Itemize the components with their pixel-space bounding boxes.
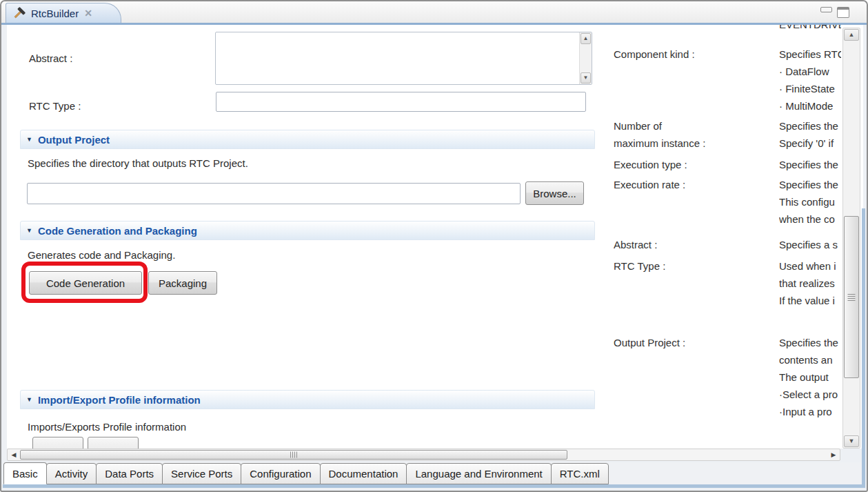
scrollbar-grip xyxy=(848,294,856,301)
section-output-project[interactable]: ▼ Output Project xyxy=(20,130,595,149)
help-row-execution-type: Execution type : Specifies the xyxy=(605,156,841,173)
tab-rtc-xml[interactable]: RTC.xml xyxy=(551,463,609,484)
tab-rtcbuilder[interactable]: RtcBuilder ✕ xyxy=(6,3,121,23)
help-term: RTC Type : xyxy=(614,257,779,309)
help-desc-line: · MultiMode xyxy=(779,97,841,115)
section-title: Output Project xyxy=(38,134,110,146)
scroll-down-icon[interactable]: ▼ xyxy=(581,72,591,83)
minimize-icon[interactable] xyxy=(820,7,832,12)
help-desc-line: This configu xyxy=(779,193,841,210)
tab-documentation[interactable]: Documentation xyxy=(320,463,407,484)
code-generation-button[interactable]: Code Generation xyxy=(29,271,142,295)
scroll-down-icon[interactable]: ▼ xyxy=(844,435,859,447)
section-title: Code Generation and Packaging xyxy=(38,225,197,237)
help-desc-line: · FiniteState xyxy=(779,80,841,97)
rtc-type-input[interactable] xyxy=(216,92,586,112)
editor-content: Abstract : ▲ ▼ RTC Type : ▼ Output Proje… xyxy=(7,25,863,449)
vertical-scrollbar-thumb[interactable] xyxy=(844,216,859,378)
section-title: Import/Export Profile information xyxy=(38,394,201,406)
help-desc-line: The output xyxy=(779,368,841,386)
tab-service-ports[interactable]: Service Ports xyxy=(162,463,241,484)
help-desc-line: Specifies RTC xyxy=(779,46,841,63)
help-desc-line: Specifies a s xyxy=(779,236,841,253)
codegen-description: Generates code and Packaging. xyxy=(28,249,175,261)
help-desc-line: Specifies the xyxy=(779,117,841,135)
help-desc-line: ·Input a pro xyxy=(779,403,841,420)
section-profile[interactable]: ▼ Import/Export Profile information xyxy=(20,390,595,409)
tab-basic[interactable]: Basic xyxy=(3,462,47,484)
packaging-button[interactable]: Packaging xyxy=(148,271,217,295)
maximize-icon[interactable] xyxy=(837,7,849,18)
help-clipped-line: EVENTDRIVEN xyxy=(779,25,841,30)
scroll-up-icon[interactable]: ▲ xyxy=(844,29,859,41)
output-directory-input[interactable] xyxy=(27,183,521,204)
help-row-execution-rate: Execution rate : Specifies the This conf… xyxy=(605,176,841,228)
horizontal-scrollbar-thumb[interactable] xyxy=(20,450,567,460)
scroll-right-icon[interactable]: ▶ xyxy=(828,450,839,460)
help-term: Execution rate : xyxy=(614,176,779,228)
horizontal-scrollbar[interactable]: ◀ ▶ xyxy=(7,449,840,461)
abstract-scrollbar[interactable]: ▲ ▼ xyxy=(579,32,592,84)
help-row-component-kind: Component kind : Specifies RTC · DataFlo… xyxy=(605,46,841,115)
import-button-partial[interactable] xyxy=(32,437,83,449)
scroll-left-icon[interactable]: ◀ xyxy=(8,450,19,460)
collapse-triangle-icon[interactable]: ▼ xyxy=(26,136,32,143)
help-panel: EVENTDRIVEN Component kind : Specifies R… xyxy=(605,25,841,449)
help-desc-line: Specifies the xyxy=(779,156,841,173)
hammer-icon xyxy=(12,7,26,20)
editor-tab-bar: RtcBuilder ✕ xyxy=(1,1,867,23)
profile-description: Imports/Exports Profile information xyxy=(28,421,186,433)
help-desc-line: · DataFlow xyxy=(779,63,841,80)
close-icon[interactable]: ✕ xyxy=(84,8,92,18)
rtc-type-label: RTC Type : xyxy=(29,100,81,112)
tab-data-ports[interactable]: Data Ports xyxy=(96,463,163,484)
help-desc-line: Used when i xyxy=(779,257,841,275)
tab-activity[interactable]: Activity xyxy=(46,463,97,484)
tab-configuration[interactable]: Configuration xyxy=(241,463,320,484)
help-desc-line: that realizes xyxy=(779,275,841,292)
output-project-description: Specifies the directory that outputs RTC… xyxy=(28,157,248,169)
tab-language-environment[interactable]: Language and Environment xyxy=(406,463,551,484)
help-row-abstract: Abstract : Specifies a s xyxy=(605,236,841,253)
section-code-generation[interactable]: ▼ Code Generation and Packaging xyxy=(20,221,595,240)
window-bottom-edge xyxy=(3,484,865,488)
help-row-rtc-type: RTC Type : Used when i that realizes If … xyxy=(605,257,841,309)
collapse-triangle-icon[interactable]: ▼ xyxy=(26,227,32,234)
help-term: Execution type : xyxy=(614,156,779,173)
help-desc-line: contents an xyxy=(779,351,841,368)
help-row-output-project: Output Project : Specifies the contents … xyxy=(605,334,841,420)
help-desc-line: If the value i xyxy=(779,292,841,309)
help-row-max-instance: Number of maximum instance : Specifies t… xyxy=(605,117,841,152)
help-term: Number of maximum instance : xyxy=(614,117,779,152)
abstract-textarea[interactable]: ▲ ▼ xyxy=(215,32,592,85)
export-button-partial[interactable] xyxy=(88,437,139,449)
help-desc-line: when the co xyxy=(779,210,841,228)
help-desc-line: ·Select a pro xyxy=(779,386,841,403)
help-term: Abstract : xyxy=(614,236,779,253)
help-term: Output Project : xyxy=(614,334,779,420)
rtcbuilder-window: RtcBuilder ✕ Abstract : ▲ ▼ RTC Type : ▼… xyxy=(0,0,868,492)
help-desc-line: Specify '0' if xyxy=(779,135,841,152)
scroll-up-icon[interactable]: ▲ xyxy=(581,33,591,44)
browse-button[interactable]: Browse... xyxy=(525,181,584,205)
help-desc-line: Specifies the xyxy=(779,334,841,351)
window-right-edge xyxy=(862,208,865,484)
abstract-label: Abstract : xyxy=(29,52,72,64)
help-desc-line: Specifies the xyxy=(779,176,841,193)
collapse-triangle-icon[interactable]: ▼ xyxy=(26,396,32,403)
tab-title: RtcBuilder xyxy=(31,8,79,19)
help-term: Component kind : xyxy=(614,46,779,115)
help-vertical-scrollbar[interactable]: ▲ ▼ xyxy=(842,28,860,449)
scrollbar-grip xyxy=(290,452,297,458)
bottom-tab-bar: Basic Activity Data Ports Service Ports … xyxy=(3,462,865,484)
